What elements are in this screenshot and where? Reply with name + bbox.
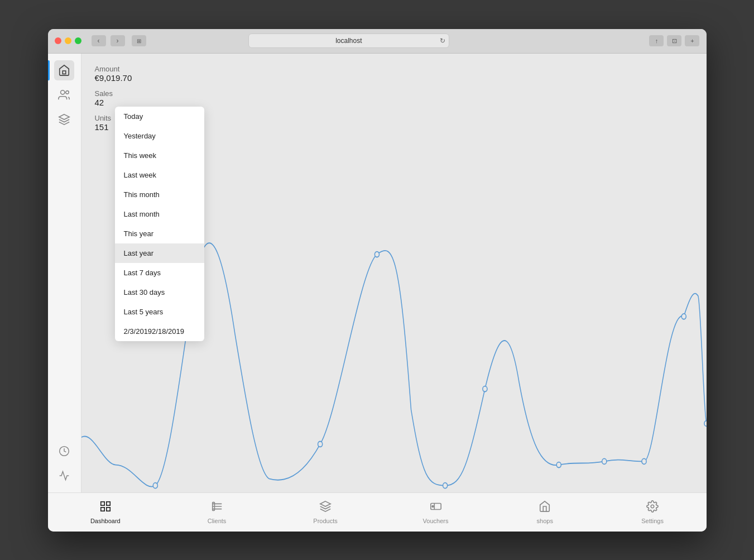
app-body: Amount €9,019.70 Sales 42 Units 151	[48, 54, 707, 492]
sidebar	[48, 54, 81, 492]
traffic-lights	[55, 37, 81, 44]
clients-icon	[211, 500, 223, 515]
dropdown-item-last-year[interactable]: Last year	[115, 243, 204, 263]
browser-window: ‹ › ⊞ localhost ↻ ↑ ⊡ +	[48, 29, 707, 532]
dropdown-item-last-7-days[interactable]: Last 7 days	[115, 263, 204, 283]
refresh-button[interactable]: ↻	[440, 37, 445, 45]
dropdown-item-this-week[interactable]: This week	[115, 146, 204, 165]
dropdown-item-last-30-days[interactable]: Last 30 days	[115, 283, 204, 302]
svg-point-24	[432, 505, 434, 507]
svg-point-1	[61, 90, 65, 94]
sidebar-item-chart[interactable]	[54, 466, 74, 486]
dropdown-item-yesterday[interactable]: Yesterday	[115, 126, 204, 146]
tab-products-label: Products	[313, 518, 337, 524]
tab-settings-label: Settings	[641, 518, 664, 524]
add-button[interactable]: +	[685, 35, 699, 46]
sidebar-toggle-button[interactable]: ⊞	[132, 35, 146, 46]
dropdown-item-custom-date[interactable]: 2/3/20192/18/2019	[115, 322, 204, 341]
dropdown-item-last-month[interactable]: Last month	[115, 204, 204, 224]
svg-point-5	[153, 482, 157, 488]
close-button[interactable]	[55, 37, 61, 44]
svg-point-10	[482, 386, 487, 391]
svg-point-14	[681, 313, 686, 319]
back-button[interactable]: ‹	[92, 35, 106, 46]
minimize-button[interactable]	[65, 37, 71, 44]
content-area: Amount €9,019.70 Sales 42 Units 151	[81, 54, 707, 492]
tab-clients[interactable]: Clients	[195, 496, 239, 529]
svg-rect-0	[63, 70, 66, 74]
svg-point-25	[651, 505, 654, 508]
svg-marker-21	[320, 501, 330, 506]
svg-point-7	[318, 441, 322, 447]
dropdown-item-this-month[interactable]: This month	[115, 185, 204, 204]
svg-rect-18	[101, 507, 104, 510]
address-bar[interactable]: localhost ↻	[248, 33, 449, 48]
tab-shops[interactable]: shops	[522, 496, 567, 529]
sidebar-item-people[interactable]	[54, 85, 74, 105]
fullscreen-button[interactable]	[75, 37, 81, 44]
sales-label: Sales	[95, 89, 693, 98]
tab-shops-label: shops	[537, 518, 553, 524]
svg-point-13	[641, 458, 646, 464]
title-bar: ‹ › ⊞ localhost ↻ ↑ ⊡ +	[48, 29, 707, 54]
sidebar-item-layers[interactable]	[54, 109, 74, 130]
tab-bar: Dashboard Clients Products	[48, 492, 707, 532]
amount-value: €9,019.70	[95, 73, 693, 83]
dropdown-menu: Today Yesterday This week Last week This…	[115, 107, 204, 341]
svg-point-12	[602, 458, 606, 464]
tab-dashboard[interactable]: Dashboard	[79, 496, 132, 529]
svg-point-8	[374, 251, 379, 257]
svg-point-2	[66, 90, 69, 94]
svg-point-9	[443, 482, 447, 488]
url-text: localhost	[249, 37, 449, 45]
sales-stat: Sales 42	[95, 89, 693, 107]
svg-rect-19	[107, 507, 110, 510]
new-tab-button[interactable]: ⊡	[667, 35, 681, 46]
svg-rect-16	[101, 501, 104, 505]
tab-products[interactable]: Products	[302, 496, 348, 529]
amount-label: Amount	[95, 65, 693, 73]
vouchers-icon	[430, 500, 442, 515]
svg-marker-3	[59, 114, 69, 119]
dropdown-item-last-week[interactable]: Last week	[115, 165, 204, 185]
dropdown-item-today[interactable]: Today	[115, 107, 204, 126]
dropdown-item-this-year[interactable]: This year	[115, 224, 204, 243]
tab-settings[interactable]: Settings	[630, 496, 675, 529]
svg-point-11	[556, 462, 561, 467]
amount-stat: Amount €9,019.70	[95, 65, 693, 83]
sidebar-active-indicator	[48, 60, 50, 80]
sidebar-item-clock[interactable]	[54, 441, 74, 461]
sidebar-bottom	[54, 441, 74, 492]
sales-value: 42	[95, 98, 693, 107]
tab-vouchers[interactable]: Vouchers	[412, 496, 460, 529]
tab-dashboard-label: Dashboard	[90, 518, 121, 524]
dashboard-icon	[99, 500, 112, 515]
shops-icon	[539, 500, 551, 515]
svg-rect-17	[107, 501, 110, 505]
tab-vouchers-label: Vouchers	[423, 518, 449, 524]
tab-clients-label: Clients	[208, 518, 227, 524]
forward-button[interactable]: ›	[111, 35, 125, 46]
dropdown-item-last-5-years[interactable]: Last 5 years	[115, 302, 204, 322]
sidebar-item-store[interactable]	[54, 60, 74, 80]
products-icon	[319, 500, 332, 515]
settings-icon	[646, 500, 659, 515]
title-bar-actions: ↑ ⊡ +	[649, 35, 699, 46]
share-button[interactable]: ↑	[649, 35, 664, 46]
svg-point-15	[704, 420, 706, 426]
